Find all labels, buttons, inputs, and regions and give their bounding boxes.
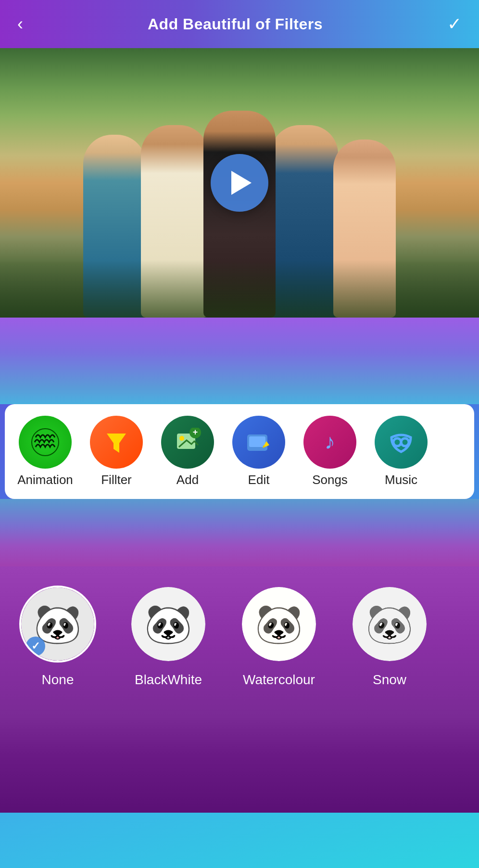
svg-text:♪: ♪ (325, 430, 335, 453)
filter-item-watercolour[interactable]: Watercolour (231, 586, 327, 688)
filter-preview-snow (353, 587, 427, 661)
songs-icon: ♪ (303, 416, 356, 469)
page-title: Add Beautiful of Filters (148, 15, 323, 33)
filter-section: ✓NoneBlackWhiteWatercolourSnow (0, 566, 479, 716)
toolbar: AnimationFillter+AddEdit♪SongsMusic (5, 404, 474, 499)
svg-point-3 (179, 436, 184, 441)
gradient-spacer (0, 318, 479, 404)
toolbar-item-add[interactable]: +Add (152, 416, 223, 487)
filter-label-snow: Snow (373, 672, 406, 688)
toolbar-container: AnimationFillter+AddEdit♪SongsMusic (0, 404, 479, 499)
songs-label: Songs (312, 472, 348, 487)
play-button[interactable] (211, 154, 268, 212)
filter-icon (90, 416, 143, 469)
confirm-button[interactable]: ✓ (447, 15, 462, 33)
toolbar-item-filter[interactable]: Fillter (81, 416, 152, 487)
music-icon (375, 416, 428, 469)
header: ‹ Add Beautiful of Filters ✓ (0, 0, 479, 48)
filter-item-none[interactable]: ✓None (10, 586, 106, 688)
svg-point-0 (32, 429, 59, 456)
svg-rect-7 (249, 436, 265, 447)
toolbar-item-songs[interactable]: ♪Songs (294, 416, 366, 487)
filter-label-blackwhite: BlackWhite (135, 672, 202, 688)
animation-label: Animation (17, 472, 73, 487)
filter-label-none: None (42, 672, 74, 688)
add-icon: + (161, 416, 214, 469)
filter-label: Fillter (101, 472, 132, 487)
filter-preview-blackwhite (131, 587, 205, 661)
video-preview (0, 48, 479, 318)
svg-point-10 (401, 438, 409, 446)
filter-thumb-snow (351, 586, 428, 663)
toolbar-item-edit[interactable]: Edit (223, 416, 294, 487)
filter-item-blackwhite[interactable]: BlackWhite (120, 586, 216, 688)
filter-item-snow[interactable]: Snow (341, 586, 438, 688)
add-label: Add (176, 472, 199, 487)
toolbar-item-animation[interactable]: Animation (10, 416, 81, 487)
animation-icon (19, 416, 72, 469)
bottom-gradient-spacer (0, 499, 479, 566)
bottom-extra (0, 716, 479, 813)
filter-thumb-blackwhite (130, 586, 207, 663)
edit-icon (232, 416, 285, 469)
music-label: Music (385, 472, 417, 487)
filter-thumb-none: ✓ (19, 586, 96, 663)
filter-check-none: ✓ (26, 637, 45, 656)
filter-preview-watercolour (242, 587, 316, 661)
play-icon (231, 171, 252, 195)
edit-label: Edit (248, 472, 270, 487)
filter-label-watercolour: Watercolour (243, 672, 315, 688)
svg-text:+: + (193, 428, 198, 437)
toolbar-item-music[interactable]: Music (366, 416, 437, 487)
filter-thumb-watercolour (240, 586, 317, 663)
svg-marker-1 (107, 434, 126, 453)
back-button[interactable]: ‹ (17, 15, 23, 33)
